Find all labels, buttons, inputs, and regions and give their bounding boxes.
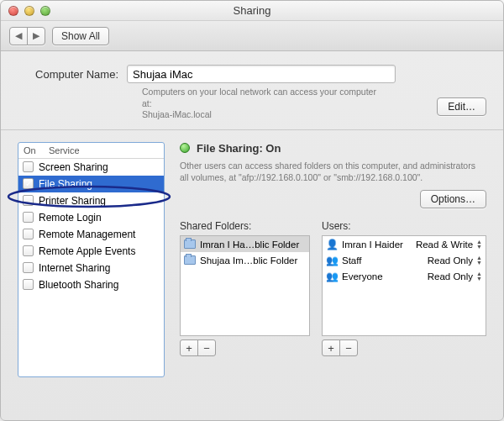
forward-button[interactable]: ▶ (27, 27, 45, 45)
columns: On Service Screen Sharing ✓File Sharing … (18, 130, 486, 377)
status-description: Other users can access shared folders on… (180, 160, 486, 183)
options-button[interactable]: Options… (420, 190, 486, 208)
nav-segment: ◀ ▶ (9, 27, 45, 45)
options-row: Options… (180, 190, 486, 208)
folder-row[interactable]: Shujaa Im…blic Folder (181, 252, 309, 268)
shared-folders-list[interactable]: Imran I Ha…blic Folder Shujaa Im…blic Fo… (180, 235, 310, 336)
users-inner: 👤Imran I HaiderRead & Write▲▼ 👥StaffRead… (323, 236, 486, 335)
header-service: Service (49, 145, 80, 155)
users-btnbar: + − (322, 339, 486, 356)
note-line2: Shujaa-iMac.local (142, 109, 212, 119)
svc-label: Screen Sharing (37, 161, 164, 173)
services-header: On Service (18, 143, 164, 159)
svc-label: Printer Sharing (37, 195, 164, 207)
user-perm[interactable]: Read Only (428, 255, 473, 266)
folder-row[interactable]: Imran I Ha…blic Folder (181, 236, 309, 252)
show-all-button[interactable]: Show All (52, 27, 109, 45)
computer-name-input[interactable] (127, 65, 396, 83)
checkbox[interactable] (23, 262, 34, 273)
group-icon: 👥 (326, 255, 338, 266)
users-list[interactable]: 👤Imran I HaiderRead & Write▲▼ 👥StaffRead… (322, 235, 486, 336)
svc-remote-management[interactable]: Remote Management (18, 226, 164, 243)
svc-label: Remote Management (37, 229, 164, 240)
svc-remote-login[interactable]: Remote Login (18, 209, 164, 226)
services-column: On Service Screen Sharing ✓File Sharing … (18, 142, 165, 377)
svc-label: Internet Sharing (37, 262, 164, 274)
checkbox[interactable] (23, 195, 34, 206)
group-icon: 👥 (326, 271, 338, 282)
services-list[interactable]: On Service Screen Sharing ✓File Sharing … (18, 142, 165, 377)
user-row[interactable]: 👤Imran I HaiderRead & Write▲▼ (323, 236, 486, 252)
user-row[interactable]: 👥EveryoneRead Only▲▼ (323, 268, 486, 284)
panels: Shared Folders: Imran I Ha…blic Folder S… (180, 220, 486, 356)
status-dot-icon (180, 143, 190, 153)
computer-name-label: Computer Name: (18, 68, 118, 81)
user-perm[interactable]: Read & Write (416, 239, 473, 250)
add-folder-button[interactable]: + (180, 339, 198, 356)
sharing-window: Sharing ◀ ▶ Show All Computer Name: Comp… (0, 0, 504, 421)
shared-folders-panel: Shared Folders: Imran I Ha…blic Folder S… (180, 220, 310, 356)
services-items: Screen Sharing ✓File Sharing Printer Sha… (18, 159, 164, 293)
detail-column: File Sharing: On Other users can access … (180, 142, 486, 377)
users-panel: Users: 👤Imran I HaiderRead & Write▲▼ 👥St… (322, 220, 486, 356)
folder-name: Imran I Ha…blic Folder (200, 239, 299, 250)
svc-label: Remote Login (37, 212, 164, 224)
stepper-icon[interactable]: ▲▼ (476, 239, 482, 250)
svc-file-sharing[interactable]: ✓File Sharing (18, 176, 164, 192)
remove-folder-button[interactable]: − (197, 339, 216, 356)
user-row[interactable]: 👥StaffRead Only▲▼ (323, 252, 486, 268)
svc-label: Bluetooth Sharing (37, 279, 164, 291)
svc-internet-sharing[interactable]: Internet Sharing (18, 260, 164, 276)
svc-printer-sharing[interactable]: Printer Sharing (18, 192, 164, 209)
checkbox[interactable] (23, 161, 34, 172)
window-title: Sharing (1, 4, 503, 17)
checkbox[interactable] (23, 212, 34, 223)
user-name: Imran I Haider (342, 239, 403, 250)
titlebar: Sharing (1, 1, 503, 21)
user-name: Everyone (342, 271, 383, 282)
status-text: File Sharing: On (197, 142, 281, 155)
users-title: Users: (322, 220, 486, 232)
status-row: File Sharing: On (180, 142, 486, 155)
checkbox[interactable] (23, 245, 34, 256)
user-name: Staff (342, 255, 361, 266)
folder-name: Shujaa Im…blic Folder (200, 255, 297, 266)
remove-user-button[interactable]: − (339, 339, 358, 356)
checkbox[interactable]: ✓ (23, 178, 34, 189)
content: Computer Name: Computers on your local n… (1, 51, 503, 394)
svc-bluetooth-sharing[interactable]: Bluetooth Sharing (18, 276, 164, 293)
user-perm[interactable]: Read Only (428, 271, 473, 282)
folder-icon (184, 255, 196, 265)
user-icon: 👤 (326, 239, 338, 250)
svc-label: File Sharing (37, 178, 164, 190)
svc-screen-sharing[interactable]: Screen Sharing (18, 159, 164, 176)
shared-folders-title: Shared Folders: (180, 220, 310, 232)
checkbox[interactable] (23, 279, 34, 290)
svc-remote-apple-events[interactable]: Remote Apple Events (18, 243, 164, 260)
computer-name-row: Computer Name: (18, 65, 486, 83)
folders-btnbar: + − (180, 339, 310, 356)
stepper-icon[interactable]: ▲▼ (476, 255, 482, 266)
checkbox[interactable] (23, 229, 34, 239)
edit-row: Edit… (18, 97, 486, 116)
add-user-button[interactable]: + (322, 339, 340, 356)
stepper-icon[interactable]: ▲▼ (476, 271, 482, 282)
svc-label: Remote Apple Events (37, 245, 164, 257)
toolbar: ◀ ▶ Show All (1, 21, 503, 51)
header-on: On (24, 145, 49, 155)
back-button[interactable]: ◀ (9, 27, 28, 45)
edit-button[interactable]: Edit… (437, 97, 486, 116)
folder-icon (184, 239, 196, 249)
